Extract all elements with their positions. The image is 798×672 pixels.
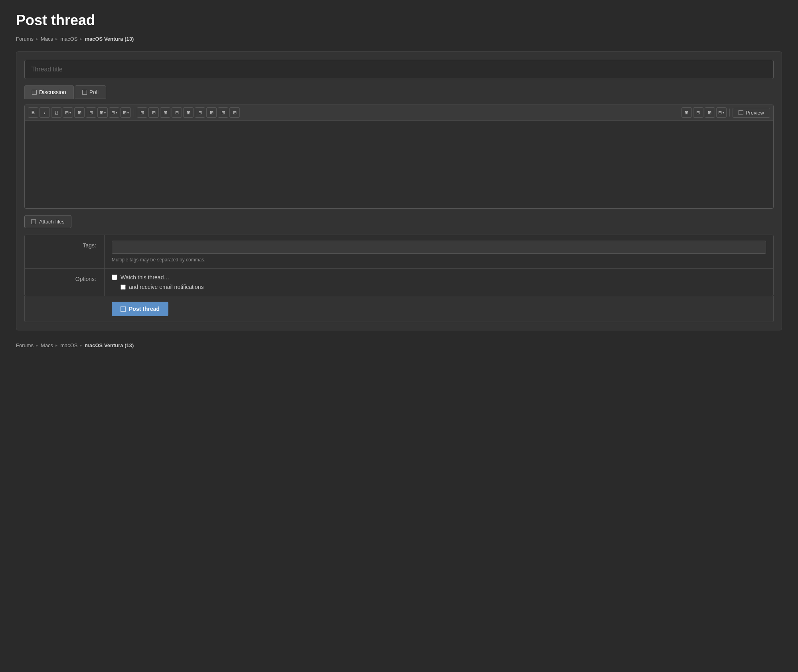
footer-sep1: ▸ <box>36 343 38 348</box>
tab-poll-label: Poll <box>89 89 99 95</box>
toolbar-italic[interactable]: I <box>40 107 50 118</box>
tab-discussion-label: Discussion <box>39 89 66 95</box>
watch-thread-label: Watch this thread… <box>120 274 169 281</box>
watch-thread-option[interactable]: Watch this thread… <box>112 274 766 281</box>
sep3: ▸ <box>80 36 82 42</box>
post-thread-form: Discussion Poll B I U ⊞ ▾ ⊞ ⊞ ⊞ ▾ ⊞ ▾ <box>16 51 782 330</box>
toolbar-code[interactable]: ⊞ <box>183 107 194 118</box>
email-notifications-checkbox[interactable] <box>120 285 126 290</box>
tags-label: Tags: <box>25 235 105 268</box>
footer-breadcrumb-macs[interactable]: Macs <box>41 342 53 348</box>
post-thread-btn-label: Post thread <box>129 306 160 312</box>
toolbar-undo[interactable]: ⊞ <box>681 107 692 118</box>
watch-thread-checkbox[interactable] <box>112 275 117 280</box>
toolbar-list1-icon: ⊞ <box>111 110 115 115</box>
toolbar-spoiler[interactable]: ⊞ <box>195 107 205 118</box>
breadcrumb-top: Forums ▸ Macs ▸ macOS ▸ macOS Ventura (1… <box>16 36 782 42</box>
thread-type-tabs: Discussion Poll <box>24 85 774 99</box>
toolbar-sep1 <box>134 109 134 117</box>
footer-breadcrumb-current: macOS Ventura (13) <box>85 342 134 348</box>
toolbar-more[interactable]: ⊞ ▾ <box>716 107 727 118</box>
sep2: ▸ <box>55 36 58 42</box>
toolbar-list1-arrow: ▾ <box>116 111 117 115</box>
tab-poll[interactable]: Poll <box>75 85 106 99</box>
toolbar-list2-arrow: ▾ <box>127 111 129 115</box>
toolbar-list1[interactable]: ⊞ ▾ <box>109 107 119 118</box>
footer-breadcrumb-forums[interactable]: Forums <box>16 342 34 348</box>
email-notifications-label: and receive email notifications <box>129 284 204 290</box>
preview-icon <box>739 110 743 115</box>
attach-files-label: Attach files <box>39 219 65 225</box>
attach-icon <box>31 219 36 224</box>
meta-section: Tags: Multiple tags may be separated by … <box>24 235 774 296</box>
footer-sep3: ▸ <box>80 343 82 348</box>
breadcrumb-macs[interactable]: Macs <box>41 36 53 42</box>
thread-title-input[interactable] <box>24 60 774 79</box>
breadcrumb-current: macOS Ventura (13) <box>85 36 134 42</box>
poll-tab-icon <box>82 90 87 95</box>
attach-section: Attach files <box>24 215 774 228</box>
toolbar-font-icon: ⊞ <box>65 110 69 115</box>
options-label: Options: <box>25 269 105 296</box>
toolbar-align[interactable]: ⊞ ▾ <box>97 107 108 118</box>
toolbar-size2[interactable]: ⊞ <box>86 107 96 118</box>
toolbar-align-icon: ⊞ <box>100 110 103 115</box>
toolbar-table[interactable]: ⊞ <box>206 107 217 118</box>
attach-files-button[interactable]: Attach files <box>24 215 71 228</box>
tags-hint: Multiple tags may be separated by commas… <box>112 257 766 263</box>
sep1: ▸ <box>36 36 38 42</box>
options-row: Options: Watch this thread… and receive … <box>25 269 773 296</box>
toolbar-align-arrow: ▾ <box>104 111 106 115</box>
editor-textarea[interactable] <box>25 121 773 208</box>
tab-discussion[interactable]: Discussion <box>24 85 74 99</box>
preview-label: Preview <box>746 110 764 116</box>
breadcrumb-bottom: Forums ▸ Macs ▸ macOS ▸ macOS Ventura (1… <box>16 342 782 348</box>
toolbar-redo[interactable]: ⊞ <box>693 107 703 118</box>
toolbar-bold[interactable]: B <box>28 107 38 118</box>
footer-breadcrumb-macos[interactable]: macOS <box>60 342 77 348</box>
toolbar-more-icon: ⊞ <box>718 110 722 115</box>
toolbar-font-arrow: ▾ <box>69 111 71 115</box>
discussion-tab-icon <box>32 90 37 95</box>
post-thread-button[interactable]: Post thread <box>112 302 168 316</box>
options-content: Watch this thread… and receive email not… <box>105 269 773 296</box>
toolbar-underline[interactable]: U <box>51 107 61 118</box>
toolbar-sep2 <box>729 109 730 117</box>
tags-row: Tags: Multiple tags may be separated by … <box>25 235 773 269</box>
tags-content: Multiple tags may be separated by commas… <box>105 235 773 268</box>
toolbar-find[interactable]: ⊞ <box>705 107 715 118</box>
toolbar-list2[interactable]: ⊞ ▾ <box>120 107 131 118</box>
toolbar-quote[interactable]: ⊞ <box>172 107 182 118</box>
toolbar-size1[interactable]: ⊞ <box>74 107 85 118</box>
post-thread-btn-icon <box>120 306 126 312</box>
editor-toolbar: B I U ⊞ ▾ ⊞ ⊞ ⊞ ▾ ⊞ ▾ ⊞ ▾ ⊞ ⊞ ⊞ <box>25 105 773 121</box>
toolbar-link[interactable]: ⊞ <box>137 107 147 118</box>
submit-row: Post thread <box>24 296 774 322</box>
editor: B I U ⊞ ▾ ⊞ ⊞ ⊞ ▾ ⊞ ▾ ⊞ ▾ ⊞ ⊞ ⊞ <box>24 105 774 209</box>
toolbar-font[interactable]: ⊞ ▾ <box>63 107 73 118</box>
toolbar-strike[interactable]: ⊞ <box>229 107 240 118</box>
preview-button[interactable]: Preview <box>733 108 770 118</box>
toolbar-media[interactable]: ⊞ <box>160 107 170 118</box>
breadcrumb-forums[interactable]: Forums <box>16 36 34 42</box>
tags-input[interactable] <box>112 241 766 254</box>
toolbar-image[interactable]: ⊞ <box>148 107 159 118</box>
email-notifications-option[interactable]: and receive email notifications <box>120 284 766 290</box>
toolbar-list2-icon: ⊞ <box>123 110 126 115</box>
toolbar-hr[interactable]: ⊞ <box>218 107 228 118</box>
breadcrumb-macos[interactable]: macOS <box>60 36 77 42</box>
page-title: Post thread <box>16 12 782 29</box>
toolbar-more-arrow: ▾ <box>723 111 724 115</box>
footer-sep2: ▸ <box>55 343 58 348</box>
